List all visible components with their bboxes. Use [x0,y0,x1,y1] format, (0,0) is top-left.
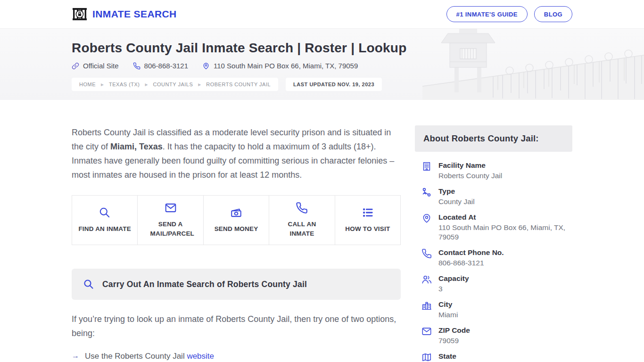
top-nav: #1 INMATE'S GUIDE BLOG [446,6,572,22]
last-updated-badge: LAST UPDATED NOV. 19, 2023 [286,78,382,91]
facility-building-icon [421,161,432,181]
jail-bars-lock-icon [72,7,88,21]
jail-website-link[interactable]: website [187,352,214,361]
map-icon [421,352,432,362]
type-item: Type County Jail [421,187,570,206]
branch-icon [421,187,432,206]
phone-icon [133,62,140,70]
page-title: Roberts County Jail Inmate Search | Rost… [72,41,572,56]
zip-code-item: ZIP Code 79059 [421,326,570,346]
official-site-label: Official Site [83,62,119,70]
brand-name: INMATE SEARCH [92,8,177,20]
state-item: State Texas (TX) [421,352,570,362]
arrow-right-icon: → [72,352,79,360]
how-to-visit-button[interactable]: HOW TO VISIT [335,195,401,245]
search-icon [83,279,94,290]
find-an-inmate-button[interactable]: FIND AN INMATE [72,195,138,245]
located-at-item: Located At 110 South Main PO Box 66, Mia… [421,213,570,242]
money-icon [230,206,243,219]
checklist-icon [362,206,374,219]
list-item: → Use the Roberts County Jail website [72,352,401,361]
map-pin-icon [421,213,432,242]
options-list: → Use the Roberts County Jail website → … [72,352,401,362]
phone-icon [296,202,308,214]
contact-phone-item: Contact Phone No. 806-868-3121 [421,248,570,268]
city-icon [421,300,432,320]
city-state-bold: Miami, Texas [110,142,163,151]
send-money-button[interactable]: SEND MONEY [203,195,269,245]
breadcrumb-state[interactable]: TEXAS (TX) [109,82,140,87]
about-sidebar: About Roberts County Jail: Facility Name… [415,125,572,362]
blog-button[interactable]: BLOG [534,6,572,22]
breadcrumb-row: HOME ▸ TEXAS (TX) ▸ COUNTY JAILS ▸ ROBER… [72,78,572,91]
send-mail-parcel-button[interactable]: SEND A MAIL/PARCEL [137,195,203,245]
call-an-inmate-button[interactable]: CALL AN INMATE [269,195,335,245]
phone-number: 806-868-3121 [144,62,188,70]
intro-paragraph: Roberts County Jail is classified as a m… [72,125,401,182]
options-intro: If you’re trying to look up an inmate of… [72,312,401,340]
envelope-icon [421,326,432,346]
inmates-guide-button[interactable]: #1 INMATE'S GUIDE [446,6,528,22]
breadcrumb: HOME ▸ TEXAS (TX) ▸ COUNTY JAILS ▸ ROBER… [72,78,278,91]
breadcrumb-home[interactable]: HOME [79,82,96,87]
top-bar: INMATE SEARCH #1 INMATE'S GUIDE BLOG [0,0,644,29]
capacity-item: Capacity 3 [421,274,570,294]
link-icon [72,62,79,70]
people-icon [421,274,432,294]
chevron-right-icon: ▸ [198,82,201,87]
chevron-right-icon: ▸ [101,82,104,87]
content-area: Roberts County Jail is classified as a m… [72,100,572,362]
sidebar-title: About Roberts County Jail: [423,133,539,143]
address-text: 110 South Main PO Box 66, Miami, TX, 790… [214,62,358,70]
breadcrumb-current: ROBERTS COUNTY JAIL [206,82,271,87]
city-item: City Miami [421,300,570,320]
mail-icon [165,202,177,214]
action-buttons: FIND AN INMATE SEND A MAIL/PARCEL SEND M… [72,195,401,245]
main-column: Roberts County Jail is classified as a m… [72,125,401,362]
search-icon [99,206,111,219]
chevron-right-icon: ▸ [145,82,148,87]
phone-contact[interactable]: 806-868-3121 [133,62,188,70]
official-site-link[interactable]: Official Site [72,62,119,70]
contact-row: Official Site 806-868-3121 110 South Mai… [72,62,572,70]
address-contact: 110 South Main PO Box 66, Miami, TX, 790… [202,62,358,70]
facility-name-item: Facility Name Roberts County Jail [421,161,570,181]
map-pin-icon [202,62,210,70]
inmate-search-heading[interactable]: Carry Out An Inmate Search of Roberts Co… [72,269,401,300]
breadcrumb-county-jails[interactable]: COUNTY JAILS [153,82,193,87]
phone-icon [421,248,432,268]
sidebar-header: About Roberts County Jail: [415,125,572,152]
page-hero: Roberts County Jail Inmate Search | Rost… [0,29,644,100]
brand-logo[interactable]: INMATE SEARCH [72,7,177,21]
